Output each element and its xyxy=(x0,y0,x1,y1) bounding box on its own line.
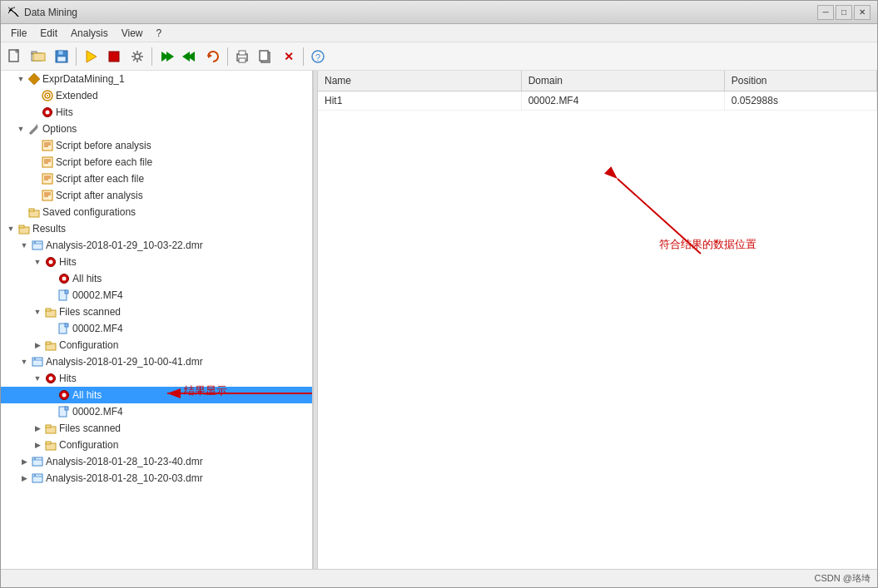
expand-config-2[interactable]: ▶ xyxy=(31,438,44,452)
config-1-label: Configuration xyxy=(59,339,118,351)
tree-item-all-hits-1[interactable]: All hits xyxy=(1,270,312,287)
circle-red-icon-all-hits-1 xyxy=(57,272,71,285)
svg-rect-41 xyxy=(42,190,52,200)
toolbar-reset[interactable] xyxy=(202,46,224,67)
expand-options[interactable]: ▼ xyxy=(14,122,27,136)
expand-config-1[interactable]: ▶ xyxy=(31,338,44,352)
toolbar-save[interactable] xyxy=(51,46,72,67)
menu-help[interactable]: ? xyxy=(150,26,169,41)
tree-item-all-hits-2[interactable]: All hits xyxy=(1,387,312,403)
svg-marker-12 xyxy=(166,52,174,62)
cell-domain: 00002.MF4 xyxy=(521,91,724,110)
expand-analysis-2[interactable]: ▼ xyxy=(17,355,31,368)
svg-rect-17 xyxy=(239,51,246,55)
tree-item-hits-1[interactable]: ▼ Hits xyxy=(1,254,312,270)
expand-files-scanned-2[interactable]: ▶ xyxy=(31,422,44,435)
tree-item-file-scanned-1[interactable]: 00002.MF4 xyxy=(1,320,312,337)
tree-item-exprdatamining[interactable]: ▼ ExprDataMining_1 xyxy=(1,71,312,87)
tree-item-extended[interactable]: Extended xyxy=(1,87,312,104)
svg-text:?: ? xyxy=(315,52,320,62)
toolbar-back[interactable] xyxy=(179,46,201,67)
toolbar-sep-3 xyxy=(227,47,228,66)
toolbar-run[interactable] xyxy=(80,46,102,67)
svg-rect-76 xyxy=(46,442,51,444)
toolbar-open[interactable] xyxy=(27,46,49,67)
folder-icon-files-scanned-2 xyxy=(44,422,57,435)
main-window: ⛏ Data Mining ─ □ ✕ File Edit Analysis V… xyxy=(0,0,878,588)
svg-point-26 xyxy=(47,95,48,96)
tree-item-script-after-each[interactable]: Script after each file xyxy=(1,170,312,187)
expand-analysis-3[interactable]: ▶ xyxy=(17,455,31,468)
analysis-2-label: Analysis-2018-01-29_10-00-41.dmr xyxy=(46,356,203,368)
expand-files-scanned-1[interactable]: ▼ xyxy=(31,305,44,319)
toolbar-delete[interactable]: ✕ xyxy=(278,46,300,67)
menu-edit[interactable]: Edit xyxy=(33,26,64,41)
menu-file[interactable]: File xyxy=(4,26,33,41)
tree-item-saved-configs[interactable]: Saved configurations xyxy=(1,204,312,220)
table-row[interactable]: Hit1 00002.MF4 0.052988s xyxy=(318,91,877,110)
tree-item-files-scanned-1[interactable]: ▼ Files scanned xyxy=(1,304,312,320)
col-position: Position xyxy=(724,71,876,91)
tree-item-config-2[interactable]: ▶ Configuration xyxy=(1,437,312,453)
tree-item-hits-root[interactable]: Hits xyxy=(1,104,312,121)
maximize-button[interactable]: □ xyxy=(836,5,852,20)
svg-rect-64 xyxy=(32,358,42,366)
options-label: Options xyxy=(42,123,77,135)
toolbar-new[interactable] xyxy=(4,46,26,67)
hits-root-label: Hits xyxy=(56,106,73,118)
expand-exprdatamining[interactable]: ▼ xyxy=(14,72,27,86)
tree-item-options[interactable]: ▼ Options xyxy=(1,121,312,137)
tree-item-analysis-2[interactable]: ▼ Analysis-2018-01-29_10-00-41.dmr xyxy=(1,353,312,370)
tree-item-analysis-3[interactable]: ▶ Analysis-2018-01-28_10-23-40.dmr xyxy=(1,453,312,470)
tree-item-config-1[interactable]: ▶ Configuration xyxy=(1,337,312,353)
diamond-icon xyxy=(27,72,41,86)
minimize-button[interactable]: ─ xyxy=(817,5,834,20)
svg-rect-6 xyxy=(58,51,63,55)
expand-analysis-1[interactable]: ▼ xyxy=(17,239,31,252)
analysis-icon-4 xyxy=(31,472,44,485)
circle-red-icon-hits-2 xyxy=(44,372,57,385)
svg-rect-29 xyxy=(42,141,52,151)
toolbar-print[interactable] xyxy=(231,46,253,67)
svg-rect-61 xyxy=(65,324,68,327)
svg-point-68 xyxy=(49,377,53,381)
toolbar-copy[interactable] xyxy=(255,46,276,67)
toolbar-sep-4 xyxy=(303,47,304,66)
svg-rect-46 xyxy=(29,209,34,211)
expand-hits-2[interactable]: ▼ xyxy=(31,372,44,385)
toolbar-forward[interactable] xyxy=(156,46,177,67)
tree-item-results[interactable]: ▼ Results xyxy=(1,220,312,237)
svg-rect-18 xyxy=(239,58,246,62)
toolbar-config[interactable] xyxy=(126,46,148,67)
title-bar-left: ⛏ Data Mining xyxy=(7,6,77,19)
tree-item-script-after-analysis[interactable]: Script after analysis xyxy=(1,187,312,204)
script-icon-saa xyxy=(41,189,54,202)
tree-item-file-2[interactable]: 00002.MF4 xyxy=(1,403,312,420)
svg-point-28 xyxy=(46,111,50,115)
tree-item-files-scanned-2[interactable]: ▶ Files scanned xyxy=(1,420,312,437)
toolbar: ✕ ? xyxy=(1,42,877,71)
close-button[interactable]: ✕ xyxy=(854,5,871,20)
left-panel: ▼ ExprDataMining_1 Extended xyxy=(1,71,313,569)
folder-icon-results xyxy=(17,222,31,235)
circle-red-icon-hits-1 xyxy=(44,255,57,269)
right-panel: Name Domain Position Hit1 00002.MF4 0.05… xyxy=(318,71,877,569)
tree-item-script-before-analysis[interactable]: Script before analysis xyxy=(1,137,312,154)
analysis-icon-3 xyxy=(31,455,44,468)
menu-analysis[interactable]: Analysis xyxy=(64,26,115,41)
tree-item-hits-2[interactable]: ▼ Hits xyxy=(1,370,312,387)
tree-item-analysis-1[interactable]: ▼ Analysis-2018-01-29_10-03-22.dmr xyxy=(1,237,312,254)
svg-point-51 xyxy=(34,242,36,244)
tree-item-script-before-each[interactable]: Script before each file xyxy=(1,154,312,170)
analysis-4-label: Analysis-2018-01-28_10-20-03.dmr xyxy=(46,472,203,484)
expand-hits-1[interactable]: ▼ xyxy=(31,255,44,269)
expand-analysis-4[interactable]: ▶ xyxy=(17,472,31,485)
expand-results[interactable]: ▼ xyxy=(4,222,17,235)
tree-item-file-1[interactable]: 00002.MF4 xyxy=(1,287,312,304)
toolbar-stop[interactable] xyxy=(103,46,125,67)
toolbar-help[interactable]: ? xyxy=(307,46,329,67)
tree-item-analysis-4[interactable]: ▶ Analysis-2018-01-28_10-20-03.dmr xyxy=(1,470,312,487)
menu-view[interactable]: View xyxy=(115,26,150,41)
svg-rect-57 xyxy=(65,290,68,294)
svg-point-55 xyxy=(62,277,67,281)
